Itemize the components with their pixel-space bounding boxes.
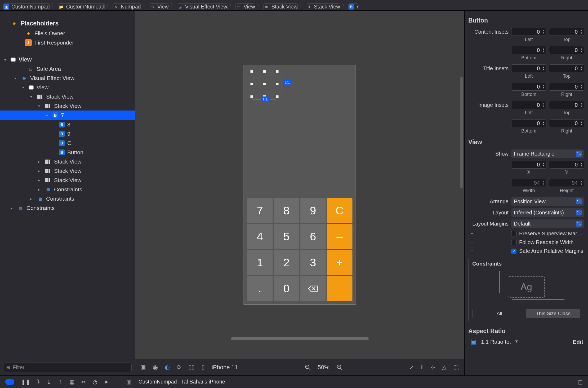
- appearance-button[interactable]: ◐: [165, 364, 170, 371]
- debug-memory-button[interactable]: ✂: [81, 379, 86, 385]
- device-name[interactable]: iPhone 11: [212, 364, 238, 371]
- constraints-seg-this[interactable]: This Size Class: [526, 309, 580, 318]
- arrange-dropdown[interactable]: Position View⌃⌄: [511, 197, 584, 206]
- constraints-seg-all[interactable]: All: [473, 309, 526, 318]
- numpad-key[interactable]: 7: [247, 198, 273, 223]
- layout-dropdown[interactable]: Inferred (Constraints)⌃⌄: [511, 208, 584, 217]
- numpad-key[interactable]: 4: [247, 224, 273, 249]
- toggle-console-button[interactable]: ▢: [578, 379, 583, 385]
- numpad-key[interactable]: 3: [300, 250, 326, 275]
- outline-row[interactable]: ▢Safe Area: [0, 64, 135, 73]
- vertical-scrollbar[interactable]: [460, 77, 463, 188]
- content-insets-right[interactable]: ▴▾: [549, 46, 584, 54]
- canvas-area[interactable]: 1:1 1:1 789C456–123+.0 ▣ ◉ ◐ ⟳ ▯▯ ▯ iPho…: [135, 11, 465, 375]
- device-top-area[interactable]: 1:1 1:1: [244, 65, 355, 195]
- title-insets-top[interactable]: ▴▾: [549, 64, 584, 72]
- outline-row[interactable]: ▸Stack View: [0, 175, 135, 185]
- inspector-panel[interactable]: Button Content Insets ▴▾ ▴▾ LeftTop ▴▾ ▴…: [465, 11, 588, 375]
- title-insets-right[interactable]: ▴▾: [549, 83, 584, 91]
- selection-handles[interactable]: [250, 70, 279, 99]
- device-button[interactable]: ▯: [202, 364, 205, 371]
- frame-y[interactable]: ▴▾: [549, 161, 584, 169]
- breadcrumb-seg[interactable]: ✕Numpad: [113, 3, 141, 10]
- document-outline[interactable]: ◈ Placeholders ◈File's Owner1First Respo…: [0, 11, 135, 375]
- pause-button[interactable]: ❚❚: [21, 379, 30, 385]
- disclosure-triangle[interactable]: ▸: [38, 160, 42, 164]
- outline-row[interactable]: B9: [0, 129, 135, 138]
- frame-height[interactable]: ▴▾: [549, 179, 584, 187]
- embed-button[interactable]: ⬚: [453, 364, 459, 371]
- step-in-button[interactable]: ⤓: [47, 379, 51, 385]
- add-margin-button[interactable]: +: [468, 239, 474, 245]
- content-insets-bottom[interactable]: ▴▾: [511, 46, 546, 54]
- content-insets-left[interactable]: ▴▾: [511, 28, 546, 36]
- outline-row[interactable]: BButton: [0, 148, 135, 157]
- constraints-diagram[interactable]: Ag: [472, 268, 580, 306]
- outline-row[interactable]: ▸▦Constraints: [0, 185, 135, 194]
- debug-target[interactable]: CustomNumpad : Tal Sahar's iPhone: [139, 379, 225, 385]
- outline-row[interactable]: ▸Stack View: [0, 157, 135, 166]
- follow-readable-checkbox[interactable]: [511, 240, 516, 245]
- outline-row[interactable]: BC: [0, 138, 135, 148]
- breadcrumb-seg[interactable]: ≣Stack View: [263, 3, 298, 10]
- breadcrumb-seg[interactable]: B7: [348, 3, 359, 10]
- device-frame[interactable]: 1:1 1:1 789C456–123+.0: [243, 65, 356, 305]
- add-margin-button[interactable]: +: [468, 231, 474, 237]
- disclosure-triangle[interactable]: ▾: [38, 104, 42, 108]
- debug-location-button[interactable]: ➤: [104, 379, 109, 385]
- zoom-in-button[interactable]: [336, 364, 343, 371]
- image-insets-bottom[interactable]: ▴▾: [511, 119, 546, 127]
- step-out-button[interactable]: ⤒: [58, 379, 63, 385]
- ratio-badge[interactable]: 1:1: [260, 96, 270, 102]
- add-margin-button[interactable]: +: [468, 248, 474, 254]
- image-insets-right[interactable]: ▴▾: [549, 119, 584, 127]
- ratio-badge[interactable]: 1:1: [283, 80, 292, 85]
- disclosure-triangle[interactable]: ▾: [4, 58, 8, 62]
- align-button[interactable]: ⫴: [421, 364, 424, 371]
- update-frames-button[interactable]: ⤢: [409, 364, 414, 371]
- horizontal-scrollbar[interactable]: [231, 337, 369, 340]
- breadcrumb-seg[interactable]: ▭View: [235, 3, 255, 10]
- frame-x[interactable]: ▴▾: [511, 161, 546, 169]
- disclosure-triangle[interactable]: ▾: [30, 95, 34, 99]
- resolve-button[interactable]: △: [442, 364, 447, 371]
- disclosure-triangle[interactable]: ▾: [14, 76, 18, 80]
- numpad-key[interactable]: 5: [274, 224, 299, 249]
- disclosure-triangle[interactable]: ▸: [11, 206, 14, 210]
- numpad-key[interactable]: [327, 276, 352, 301]
- outline-row[interactable]: ▾Stack View: [0, 101, 135, 111]
- toggle-outline-button[interactable]: ▣: [140, 364, 146, 371]
- outline-row[interactable]: ▸▦Constraints: [0, 203, 135, 213]
- accessibility-button[interactable]: ◉: [153, 364, 158, 371]
- disclosure-triangle[interactable]: ▸: [38, 169, 42, 173]
- outline-row-selected[interactable]: ▸B7: [0, 111, 135, 120]
- numpad-key[interactable]: C: [327, 198, 352, 223]
- numpad-key[interactable]: .: [247, 276, 273, 301]
- numpad-key[interactable]: 6: [300, 224, 326, 249]
- breadcrumb-seg[interactable]: ⅢStack View: [306, 3, 340, 10]
- zoom-level[interactable]: 50%: [318, 364, 329, 371]
- disclosure-triangle[interactable]: ▸: [38, 178, 42, 182]
- numpad-key[interactable]: –: [327, 224, 352, 249]
- numpad-key[interactable]: 1: [247, 250, 273, 275]
- zoom-out-button[interactable]: [305, 364, 311, 371]
- outline-row[interactable]: 1First Responder: [0, 38, 135, 47]
- image-insets-top[interactable]: ▴▾: [549, 101, 584, 109]
- aspect-ratio-edit-button[interactable]: Edit: [573, 339, 583, 345]
- title-insets-bottom[interactable]: ▴▾: [511, 83, 546, 91]
- pin-button[interactable]: ⊹: [430, 364, 435, 371]
- preserve-superview-checkbox[interactable]: [511, 231, 516, 236]
- outline-row[interactable]: ▸Stack View: [0, 166, 135, 175]
- numpad-key[interactable]: +: [327, 250, 352, 275]
- run-indicator[interactable]: [5, 379, 14, 385]
- debug-gauge-button[interactable]: ◔: [93, 379, 97, 385]
- breadcrumb-seg[interactable]: ◎Visual Effect View: [177, 3, 228, 10]
- numpad-key[interactable]: 0: [274, 276, 299, 301]
- filter-input[interactable]: ⊕ Filter: [3, 363, 132, 372]
- title-insets-left[interactable]: ▴▾: [511, 64, 546, 72]
- outline-row[interactable]: ▾◎Visual Effect View: [0, 73, 135, 83]
- layout-button[interactable]: ▯▯: [188, 364, 195, 371]
- numpad-key[interactable]: 9: [300, 198, 326, 223]
- outline-row[interactable]: ▾View: [0, 55, 135, 64]
- outline-row[interactable]: ▾View: [0, 83, 135, 92]
